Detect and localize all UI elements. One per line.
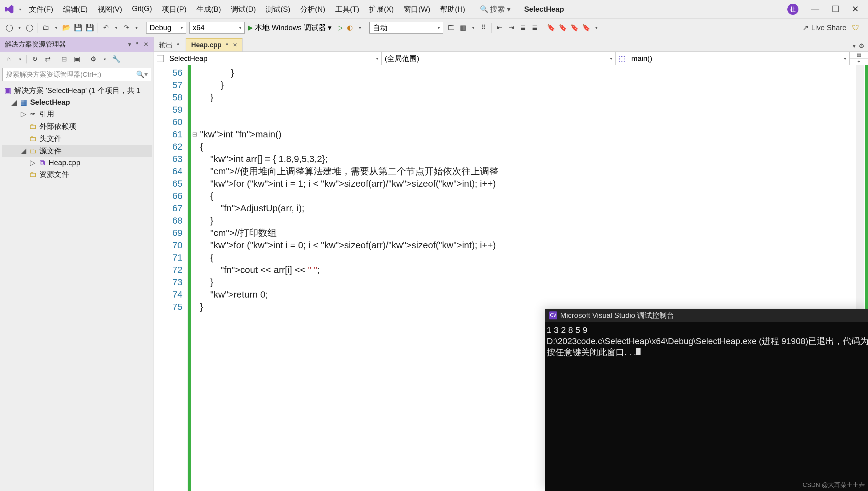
menu-item[interactable]: 帮助(H): [436, 3, 469, 16]
tab-output[interactable]: 输出 🖈: [154, 38, 186, 52]
live-share-button[interactable]: ↗ Live Share 🛡: [798, 23, 864, 32]
dbg-icon-2[interactable]: ▥: [458, 23, 468, 33]
dbg-icon-1[interactable]: 🗔: [446, 23, 456, 33]
menu-item[interactable]: 扩展(X): [365, 3, 398, 16]
refs-node[interactable]: ▷ ▫▫ 引用: [2, 108, 152, 120]
tab-overflow-icon[interactable]: ▾: [852, 42, 856, 50]
redo-icon[interactable]: ↷: [121, 23, 131, 33]
solution-node[interactable]: ▣ 解决方案 'SelectHeap' (1 个项目，共 1: [2, 84, 152, 97]
auto-combo[interactable]: 自动▾: [369, 22, 443, 34]
undo-icon[interactable]: ↶: [101, 23, 111, 33]
platform-value: x64: [193, 23, 205, 32]
ext-node[interactable]: 🗀 外部依赖项: [2, 120, 152, 133]
uncomment-icon[interactable]: ≣: [530, 23, 539, 33]
filter-icon[interactable]: ⇄: [43, 54, 53, 64]
hot-dd[interactable]: ▾: [356, 25, 363, 30]
prop-dd[interactable]: ▾: [101, 57, 108, 62]
close-tab-icon[interactable]: ✕: [233, 41, 237, 48]
console-titlebar[interactable]: C\\ Microsoft Visual Studio 调试控制台: [545, 309, 868, 322]
console-title: Microsoft Visual Studio 调试控制台: [560, 311, 674, 320]
minimize-button[interactable]: —: [811, 4, 819, 14]
maximize-button[interactable]: ☐: [832, 4, 839, 14]
wrench-icon[interactable]: 🔧: [111, 54, 121, 64]
res-node[interactable]: 🗀 资源文件: [2, 168, 152, 180]
menu-item[interactable]: Git(G): [128, 3, 156, 16]
user-avatar[interactable]: 杜: [787, 4, 799, 15]
platform-combo[interactable]: x64▾: [189, 22, 245, 34]
tab-settings-icon[interactable]: ⚙: [859, 42, 864, 50]
hot-reload-icon[interactable]: ◐: [345, 23, 354, 33]
panel-menu-icon[interactable]: ▾: [128, 41, 131, 48]
console-line1: 1 3 2 8 5 9: [547, 325, 587, 335]
chevron-down-icon: ▾: [844, 56, 846, 61]
properties-icon[interactable]: ⚙: [88, 54, 98, 64]
menu-item[interactable]: 编辑(E): [59, 3, 92, 16]
project-node[interactable]: ◢ ▦ SelectHeap: [2, 97, 152, 108]
split-h-icon[interactable]: ▤: [850, 52, 868, 59]
save-icon[interactable]: 💾: [73, 23, 83, 33]
tab-heap-cpp[interactable]: Heap.cpp 🖈 ✕: [186, 38, 243, 52]
show-all-icon[interactable]: ▣: [72, 54, 82, 64]
headers-node[interactable]: 🗀 头文件: [2, 133, 152, 145]
open-icon[interactable]: 📂: [61, 23, 71, 33]
start-nodbg-icon[interactable]: ▷: [338, 24, 343, 32]
expand-icon[interactable]: ◢: [11, 98, 17, 107]
menu-item[interactable]: 视图(V): [93, 3, 126, 16]
menu-item[interactable]: 工具(T): [331, 3, 364, 16]
nav-project-combo[interactable]: SelectHeap ▾: [154, 52, 382, 65]
expand-icon[interactable]: ▷: [30, 158, 36, 167]
menu-search[interactable]: 🔍 搜索 ▾: [480, 4, 510, 14]
project-icon: ▦: [20, 98, 28, 107]
menu-item[interactable]: 调试(D): [226, 3, 260, 16]
outdent-icon[interactable]: ⇥: [506, 23, 516, 33]
bm-clear-icon[interactable]: 🔖: [581, 23, 591, 33]
panel-pin-icon[interactable]: 🖈: [134, 41, 141, 48]
res-label: 资源文件: [39, 169, 69, 179]
new-project-icon[interactable]: 🗂: [41, 23, 51, 33]
indent-icon[interactable]: ⇤: [495, 23, 504, 33]
solution-label: 解决方案 'SelectHeap' (1 个项目，共 1: [14, 86, 141, 95]
close-button[interactable]: ✕: [852, 4, 859, 14]
sources-node[interactable]: ◢ 🗀 源文件: [2, 145, 152, 157]
nav-func-combo[interactable]: ⬚ main() ▾: [616, 52, 849, 65]
config-combo[interactable]: Debug▾: [146, 22, 186, 34]
file-node[interactable]: ▷ ⧉ Heap.cpp: [2, 157, 152, 168]
menu-item[interactable]: 生成(B): [192, 3, 225, 16]
home-icon[interactable]: ⌂: [4, 54, 13, 64]
editor-area: 输出 🖈 Heap.cpp 🖈 ✕ ▾ ⚙ SelectHeap ▾ (全局范围…: [154, 37, 868, 491]
split-v-icon[interactable]: +: [850, 59, 868, 65]
pin-icon[interactable]: 🖈: [176, 42, 181, 48]
nav-scope-combo[interactable]: (全局范围) ▾: [382, 52, 616, 65]
menu-item[interactable]: 测试(S): [261, 3, 294, 16]
comment-icon[interactable]: ≣: [518, 23, 528, 33]
forward-button[interactable]: ◯: [25, 23, 34, 33]
expand-icon[interactable]: ▷: [20, 110, 27, 118]
collapse-icon[interactable]: ⊟: [59, 54, 69, 64]
menu-item[interactable]: 文件(F): [25, 3, 58, 16]
panel-close-icon[interactable]: ✕: [144, 41, 149, 48]
debug-target[interactable]: 本地 Windows 调试器 ▾: [255, 23, 332, 33]
undo-dd[interactable]: ▾: [113, 25, 119, 30]
new-dd[interactable]: ▾: [53, 25, 59, 30]
sync-icon[interactable]: ↻: [30, 54, 40, 64]
bm-prev-icon[interactable]: 🔖: [558, 23, 567, 33]
explorer-search[interactable]: 搜索解决方案资源管理器(Ctrl+;) 🔍▾: [2, 68, 151, 81]
project-nav-icon: [157, 55, 164, 62]
back-dd[interactable]: ▾: [16, 25, 23, 30]
home-dd[interactable]: ▾: [17, 57, 23, 62]
dbg2-dd[interactable]: ▾: [470, 25, 476, 30]
expand-icon[interactable]: ◢: [20, 147, 27, 155]
start-debug-icon[interactable]: ▶: [248, 24, 253, 32]
bm-next-icon[interactable]: 🔖: [569, 23, 579, 33]
back-button[interactable]: ◯: [4, 23, 14, 33]
save-all-icon[interactable]: 💾: [85, 23, 94, 33]
menu-item[interactable]: 项目(P): [158, 3, 191, 16]
menu-item[interactable]: 窗口(W): [399, 3, 435, 16]
bm-dd[interactable]: ▾: [593, 25, 599, 30]
dbg-icon-3[interactable]: ⠿: [478, 23, 488, 33]
redo-dd[interactable]: ▾: [133, 25, 140, 30]
menu-item[interactable]: 分析(N): [296, 3, 329, 16]
pin-icon[interactable]: 🖈: [225, 42, 229, 48]
bookmark-icon[interactable]: 🔖: [546, 23, 556, 33]
logo-dropdown-icon[interactable]: ▾: [17, 7, 23, 12]
